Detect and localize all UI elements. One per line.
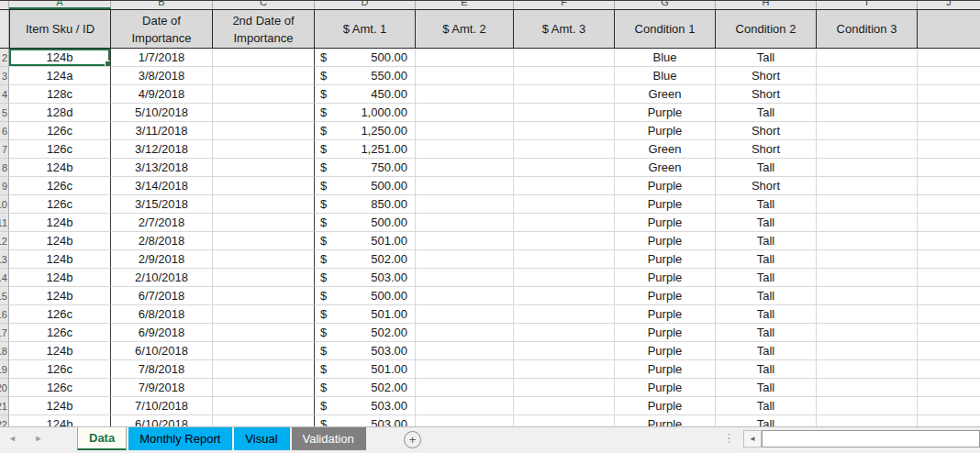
cell-B13[interactable]: 2/9/2018 [111, 250, 213, 269]
cell-B14[interactable]: 2/10/2018 [111, 269, 213, 287]
header-cell-G1[interactable]: Condition 1 [615, 10, 716, 48]
cell-D15[interactable]: $500.00 [315, 287, 416, 305]
tab-data[interactable]: Data [77, 427, 127, 450]
cell-G21[interactable]: Purple [615, 397, 716, 415]
cell-A16[interactable]: 126c [9, 305, 111, 324]
cell-G11[interactable]: Purple [615, 214, 716, 232]
cell-D8[interactable]: $750.00 [315, 159, 416, 177]
cell-H16[interactable]: Tall [716, 305, 817, 324]
cell-D22[interactable]: $503.00 [315, 415, 416, 426]
cell-F4[interactable] [514, 85, 615, 104]
cell-D17[interactable]: $502.00 [315, 324, 416, 342]
cell-E21[interactable] [416, 397, 514, 415]
row-header-12[interactable]: 12 [0, 232, 9, 250]
cell-I9[interactable] [817, 177, 918, 195]
column-header-D[interactable]: D [315, 1, 416, 9]
cell-C18[interactable] [213, 342, 315, 360]
cell-A12[interactable]: 124b [9, 232, 111, 250]
cell-D13[interactable]: $502.00 [315, 250, 416, 269]
column-header-E[interactable]: E [416, 1, 514, 9]
cell-I2[interactable] [817, 49, 918, 67]
cell-E14[interactable] [416, 269, 514, 287]
cell-C7[interactable] [213, 140, 315, 159]
row-header-22[interactable]: 22 [0, 415, 9, 426]
cell-I13[interactable] [817, 250, 918, 269]
cell-A8[interactable]: 124b [9, 159, 111, 177]
next-sheet-arrow-icon[interactable]: ► [34, 434, 42, 443]
cell-D6[interactable]: $1,250.00 [315, 122, 416, 140]
cell-D19[interactable]: $501.00 [315, 360, 416, 379]
cell-B19[interactable]: 7/8/2018 [111, 360, 213, 379]
cell-E15[interactable] [416, 287, 514, 305]
row-header-21[interactable]: 21 [0, 397, 9, 415]
cell-J18[interactable] [918, 342, 980, 360]
cell-C10[interactable] [213, 195, 315, 214]
cell-J11[interactable] [918, 214, 980, 232]
horizontal-scrollbar-thumb[interactable] [762, 430, 980, 447]
cell-B8[interactable]: 3/13/2018 [111, 159, 213, 177]
cell-A5[interactable]: 128d [9, 104, 111, 122]
cell-D5[interactable]: $1,000.00 [315, 104, 416, 122]
cell-D20[interactable]: $502.00 [315, 379, 416, 397]
row-header-5[interactable]: 5 [0, 104, 9, 122]
cell-B22[interactable]: 6/10/2018 [111, 415, 213, 426]
cell-H17[interactable]: Tall [716, 324, 817, 342]
tab-monthly-report[interactable]: Monthly Report [128, 427, 232, 450]
cell-G18[interactable]: Purple [615, 342, 716, 360]
cell-B6[interactable]: 3/11/2018 [111, 122, 213, 140]
cell-I4[interactable] [817, 85, 918, 104]
row-header-13[interactable]: 13 [0, 250, 9, 269]
row-header-9[interactable]: 9 [0, 177, 9, 195]
cell-E13[interactable] [416, 250, 514, 269]
cell-E16[interactable] [416, 305, 514, 324]
cell-J22[interactable] [918, 415, 980, 426]
cell-B11[interactable]: 2/7/2018 [111, 214, 213, 232]
cell-G20[interactable]: Purple [615, 379, 716, 397]
cell-B17[interactable]: 6/9/2018 [111, 324, 213, 342]
header-cell-J1[interactable] [918, 10, 980, 48]
cell-G22[interactable]: Purple [615, 415, 716, 426]
cell-G8[interactable]: Green [615, 159, 716, 177]
cell-J21[interactable] [918, 397, 980, 415]
cell-A13[interactable]: 124b [9, 250, 111, 269]
cell-E8[interactable] [416, 159, 514, 177]
cell-D4[interactable]: $450.00 [315, 85, 416, 104]
cell-I12[interactable] [817, 232, 918, 250]
cell-B2[interactable]: 1/7/2018 [111, 49, 213, 67]
cell-G12[interactable]: Purple [615, 232, 716, 250]
cell-G14[interactable]: Purple [615, 269, 716, 287]
cell-G6[interactable]: Purple [615, 122, 716, 140]
row-header-18[interactable]: 18 [0, 342, 9, 360]
column-header-G[interactable]: G [615, 1, 716, 9]
cell-C22[interactable] [213, 415, 315, 426]
row-header-14[interactable]: 14 [0, 269, 9, 287]
cell-D9[interactable]: $500.00 [315, 177, 416, 195]
cell-D16[interactable]: $501.00 [315, 305, 416, 324]
header-cell-E1[interactable]: $ Amt. 2 [416, 10, 514, 48]
row-header-15[interactable]: 15 [0, 287, 9, 305]
cell-H21[interactable]: Tall [716, 397, 817, 415]
cell-A3[interactable]: 124a [9, 67, 111, 85]
cell-F14[interactable] [514, 269, 615, 287]
cell-D2[interactable]: $500.00 [315, 49, 416, 67]
cell-G3[interactable]: Blue [615, 67, 716, 85]
cell-B20[interactable]: 7/9/2018 [111, 379, 213, 397]
cell-E11[interactable] [416, 214, 514, 232]
column-header-I[interactable]: I [817, 1, 918, 9]
cell-B7[interactable]: 3/12/2018 [111, 140, 213, 159]
cell-E2[interactable] [416, 49, 514, 67]
cell-H15[interactable]: Tall [716, 287, 817, 305]
cell-A10[interactable]: 126c [9, 195, 111, 214]
cell-F2[interactable] [514, 49, 615, 67]
header-cell-C1[interactable]: 2nd Date of Importance [213, 10, 315, 48]
cell-A20[interactable]: 126c [9, 379, 111, 397]
cell-E19[interactable] [416, 360, 514, 379]
cell-J7[interactable] [918, 140, 980, 159]
prev-sheet-arrow-icon[interactable]: ◄ [8, 434, 17, 443]
row-header-10[interactable]: 10 [0, 195, 9, 214]
cell-B4[interactable]: 4/9/2018 [111, 85, 213, 104]
cell-I6[interactable] [817, 122, 918, 140]
cell-H18[interactable]: Tall [716, 342, 817, 360]
cell-F19[interactable] [514, 360, 615, 379]
cell-D10[interactable]: $850.00 [315, 195, 416, 214]
